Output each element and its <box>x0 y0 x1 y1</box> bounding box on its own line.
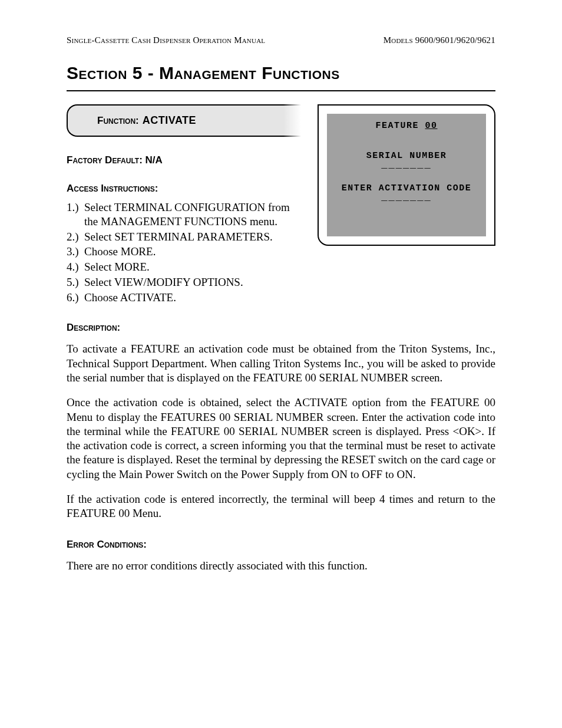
function-title-box: Function: ACTIVATE <box>67 104 301 137</box>
divider <box>67 90 495 91</box>
list-item: 6.)Choose ACTIVATE. <box>67 291 302 305</box>
description-p3: If the activation code is entered incorr… <box>67 492 495 521</box>
description-label: Description: <box>67 322 495 334</box>
fade-overlay <box>283 104 301 137</box>
factory-default-row: Factory Default: N/A <box>67 153 302 166</box>
factory-default-label: Factory Default: <box>67 154 143 166</box>
screen-inner: FEATURE 00 SERIAL NUMBER _______ ENTER A… <box>327 114 486 236</box>
screen-feature-line: FEATURE 00 <box>327 121 486 131</box>
header-left: Single-Cassette Cash Dispenser Operation… <box>67 35 265 45</box>
error-conditions-label: Error Conditions: <box>67 539 495 551</box>
list-item: 4.)Select MORE. <box>67 260 302 274</box>
terminal-screen: FEATURE 00 SERIAL NUMBER _______ ENTER A… <box>318 104 495 246</box>
error-conditions-text: There are no error conditions directly a… <box>67 559 495 573</box>
section-title: Section 5 - Management Functions <box>67 63 495 83</box>
access-instructions-label: Access Instructions: <box>67 183 302 195</box>
list-item: 5.)Select VIEW/MODIFY OPTIONS. <box>67 275 302 289</box>
description-p2: Once the activation code is obtained, se… <box>67 396 495 482</box>
screen-serial-slots: _______ <box>327 162 486 168</box>
function-label: Function: <box>97 115 139 127</box>
list-item: 2.)Select SET TERMINAL PARAMETERS. <box>67 230 302 244</box>
header-right: Models 9600/9601/9620/9621 <box>384 35 495 45</box>
page-header: Single-Cassette Cash Dispenser Operation… <box>67 35 495 45</box>
list-item: 1.)Select TERMINAL CONFIGURATION from th… <box>67 200 302 229</box>
list-item: 3.)Choose MORE. <box>67 245 302 259</box>
screen-code-slots: _______ <box>327 195 486 200</box>
function-name: ACTIVATE <box>143 114 196 127</box>
access-instructions-list: 1.)Select TERMINAL CONFIGURATION from th… <box>67 200 302 304</box>
factory-default-value: N/A <box>146 154 163 166</box>
description-p1: To activate a FEATURE an activation code… <box>67 342 495 385</box>
